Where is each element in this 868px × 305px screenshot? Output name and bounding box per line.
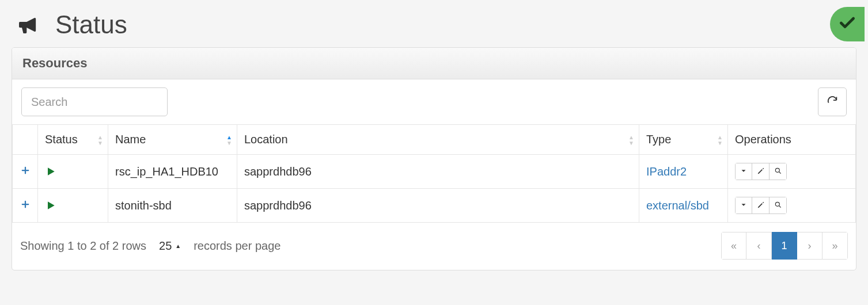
cell-location: sapprdhdb96: [237, 155, 639, 189]
expand-row-button[interactable]: [20, 199, 31, 212]
cell-name: rsc_ip_HA1_HDB10: [108, 155, 237, 189]
row-edit-button[interactable]: [752, 163, 770, 180]
table-row: rsc_ip_HA1_HDB10 sapprdhdb96 IPaddr2: [13, 155, 856, 189]
cell-location: sapprdhdb96: [237, 189, 639, 223]
plus-icon: [20, 199, 31, 212]
row-menu-button[interactable]: [735, 163, 752, 180]
running-status-icon: [45, 165, 101, 178]
check-icon: [838, 14, 856, 35]
pencil-icon: [757, 167, 765, 177]
bullhorn-icon: [16, 13, 39, 36]
row-operations: [735, 163, 787, 180]
panel-title: Resources: [12, 48, 856, 79]
pencil-icon: [757, 201, 765, 211]
column-location[interactable]: Location ▲▼: [237, 125, 639, 155]
sort-icon: ▲▼: [628, 134, 634, 145]
column-expand: [13, 125, 38, 155]
page-header: Status: [12, 10, 856, 47]
column-label: Operations: [735, 133, 791, 146]
column-status[interactable]: Status ▲▼: [38, 125, 108, 155]
page-prev-button[interactable]: ‹: [746, 232, 772, 260]
running-status-icon: [45, 199, 101, 212]
expand-row-button[interactable]: [20, 165, 31, 178]
pagination: « ‹ 1 › »: [721, 232, 848, 260]
row-menu-button[interactable]: [735, 197, 752, 214]
resources-panel: Resources Status ▲▼ Name: [12, 47, 856, 270]
page-last-button[interactable]: »: [822, 232, 848, 260]
refresh-icon: [826, 94, 839, 110]
cluster-status-ok-badge: [830, 7, 865, 41]
row-details-button[interactable]: [770, 197, 787, 214]
page-first-button[interactable]: «: [721, 232, 746, 260]
svg-point-1: [775, 202, 779, 206]
plus-icon: [20, 165, 31, 178]
sort-icon: ▲▼: [717, 134, 723, 145]
sort-icon: ▲▼: [97, 134, 103, 145]
page-title: Status: [55, 10, 127, 39]
svg-point-0: [775, 168, 779, 172]
toolbar: [12, 79, 856, 124]
table-footer: Showing 1 to 2 of 2 rows 25 ▲ records pe…: [12, 223, 856, 270]
page-size-selector[interactable]: 25 ▲: [159, 239, 181, 253]
caret-down-icon: [740, 167, 748, 177]
rows-summary: Showing 1 to 2 of 2 rows: [20, 239, 146, 253]
column-label: Type: [646, 133, 671, 146]
column-label: Location: [244, 133, 288, 146]
search-icon: [774, 167, 782, 177]
caret-down-icon: [740, 201, 748, 211]
row-operations: [735, 197, 787, 214]
type-link[interactable]: external/sbd: [646, 199, 709, 212]
type-link[interactable]: IPaddr2: [646, 165, 687, 178]
page-number-button[interactable]: 1: [772, 232, 797, 260]
cell-name: stonith-sbd: [108, 189, 237, 223]
sort-icon: ▲▼: [226, 134, 232, 145]
table-row: stonith-sbd sapprdhdb96 external/sbd: [13, 189, 856, 223]
column-name[interactable]: Name ▲▼: [108, 125, 237, 155]
page-next-button[interactable]: ›: [797, 232, 822, 260]
refresh-button[interactable]: [818, 87, 847, 116]
search-input[interactable]: [21, 87, 168, 116]
search-icon: [774, 201, 782, 211]
records-per-page-label: records per page: [194, 239, 281, 253]
column-type[interactable]: Type ▲▼: [639, 125, 728, 155]
resources-table: Status ▲▼ Name ▲▼ Location ▲▼ Type ▲▼: [12, 124, 856, 223]
column-label: Status: [45, 133, 78, 146]
page-size-value: 25: [159, 239, 172, 253]
row-edit-button[interactable]: [752, 197, 770, 214]
column-operations: Operations: [728, 125, 856, 155]
row-details-button[interactable]: [770, 163, 787, 180]
column-label: Name: [115, 133, 146, 146]
caret-up-icon: ▲: [175, 243, 181, 249]
